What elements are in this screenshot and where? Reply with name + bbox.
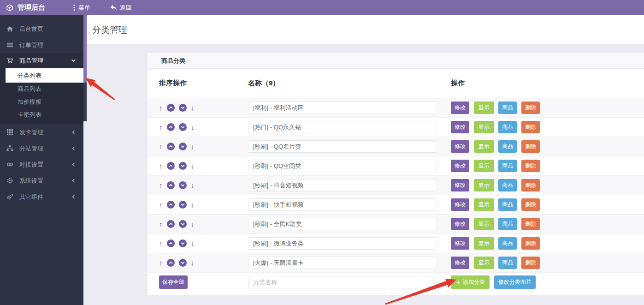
- category-name-input[interactable]: [248, 198, 437, 211]
- move-down-icon[interactable]: [179, 181, 187, 189]
- move-to-top-icon[interactable]: ↑: [159, 221, 163, 227]
- move-up-icon[interactable]: [167, 181, 175, 189]
- move-down-icon[interactable]: [179, 162, 187, 170]
- move-down-icon[interactable]: [179, 239, 187, 247]
- goods-button[interactable]: 商品: [498, 218, 517, 230]
- category-name-input[interactable]: [248, 160, 437, 172]
- move-to-top-icon[interactable]: ↑: [159, 104, 163, 111]
- move-to-top-icon[interactable]: ↑: [159, 201, 163, 208]
- delete-button[interactable]: 删除: [521, 218, 540, 230]
- show-button[interactable]: 显示: [474, 121, 494, 133]
- new-category-name-input[interactable]: [248, 276, 437, 288]
- move-to-bottom-icon[interactable]: ↓: [191, 201, 195, 208]
- move-up-icon[interactable]: [167, 259, 175, 267]
- category-name-input[interactable]: [248, 237, 437, 250]
- show-button[interactable]: 显示: [474, 179, 494, 191]
- show-button[interactable]: 显示: [474, 140, 494, 152]
- edit-button[interactable]: 修改: [451, 198, 469, 210]
- add-category-button[interactable]: ＋添加分类: [451, 275, 490, 288]
- move-to-top-icon[interactable]: ↑: [159, 143, 163, 150]
- move-up-icon[interactable]: [167, 143, 175, 150]
- delete-button[interactable]: 删除: [521, 102, 540, 114]
- menu-toggle[interactable]: 菜单: [73, 4, 90, 12]
- show-button[interactable]: 显示: [474, 237, 494, 249]
- move-up-icon[interactable]: [167, 123, 175, 131]
- move-down-icon[interactable]: [179, 259, 187, 267]
- category-name-input[interactable]: [248, 179, 437, 191]
- delete-button[interactable]: 删除: [521, 179, 540, 191]
- goods-button[interactable]: 商品: [498, 102, 517, 114]
- show-button[interactable]: 显示: [474, 102, 494, 114]
- category-name-input[interactable]: [248, 140, 437, 153]
- edit-category-image-button[interactable]: 修改分类图片: [494, 275, 536, 288]
- delete-button[interactable]: 删除: [521, 237, 540, 249]
- move-down-icon[interactable]: [179, 201, 187, 209]
- move-down-icon[interactable]: [179, 220, 187, 228]
- show-button[interactable]: 显示: [474, 218, 494, 230]
- edit-button[interactable]: 修改: [451, 237, 469, 249]
- move-to-bottom-icon[interactable]: ↓: [191, 124, 195, 131]
- move-to-top-icon[interactable]: ↑: [159, 182, 163, 189]
- show-button[interactable]: 显示: [474, 257, 494, 269]
- save-all-button[interactable]: 保存全部: [159, 275, 188, 288]
- edit-button[interactable]: 修改: [451, 257, 469, 269]
- back-link[interactable]: 返回: [110, 4, 132, 12]
- delete-button[interactable]: 删除: [521, 257, 540, 269]
- move-to-bottom-icon[interactable]: ↓: [191, 104, 195, 111]
- sidebar-item-substation[interactable]: 分站管理: [0, 140, 83, 156]
- sidebar-item-card-list[interactable]: 卡密列表: [0, 108, 83, 121]
- move-up-icon[interactable]: [167, 162, 175, 170]
- delete-button[interactable]: 删除: [521, 140, 540, 152]
- edit-button[interactable]: 修改: [451, 102, 469, 114]
- sidebar-item-category-list[interactable]: 分类列表: [6, 68, 83, 83]
- move-to-bottom-icon[interactable]: ↓: [191, 240, 195, 247]
- delete-button[interactable]: 删除: [521, 198, 540, 210]
- goods-button[interactable]: 商品: [498, 198, 517, 210]
- goods-button[interactable]: 商品: [498, 257, 517, 269]
- sidebar-scrollbar-thumb[interactable]: [83, 15, 87, 83]
- move-to-top-icon[interactable]: ↑: [159, 240, 163, 247]
- delete-button[interactable]: 删除: [521, 160, 540, 172]
- sidebar-item-card-issue[interactable]: 发卡管理: [0, 124, 83, 140]
- move-to-bottom-icon[interactable]: ↓: [191, 182, 195, 189]
- show-button[interactable]: 显示: [474, 160, 494, 172]
- move-to-bottom-icon[interactable]: ↓: [191, 143, 195, 150]
- sidebar-item-products[interactable]: 商品管理: [0, 53, 83, 68]
- edit-button[interactable]: 修改: [451, 140, 469, 152]
- move-up-icon[interactable]: [167, 239, 175, 247]
- move-down-icon[interactable]: [179, 104, 187, 112]
- move-to-bottom-icon[interactable]: ↓: [191, 259, 195, 266]
- edit-button[interactable]: 修改: [451, 179, 469, 191]
- move-to-top-icon[interactable]: ↑: [159, 162, 163, 169]
- move-up-icon[interactable]: [167, 201, 175, 209]
- goods-button[interactable]: 商品: [498, 140, 517, 152]
- edit-button[interactable]: 修改: [451, 160, 469, 172]
- move-down-icon[interactable]: [179, 123, 187, 131]
- goods-button[interactable]: 商品: [498, 121, 517, 133]
- sidebar-item-orders[interactable]: 订单管理: [0, 37, 83, 53]
- category-name-input[interactable]: [248, 102, 437, 114]
- move-down-icon[interactable]: [179, 143, 187, 150]
- move-to-top-icon[interactable]: ↑: [159, 124, 163, 131]
- category-name-input[interactable]: [248, 218, 437, 230]
- goods-button[interactable]: 商品: [498, 179, 517, 191]
- sidebar-item-other-components[interactable]: 其它组件: [0, 189, 83, 205]
- edit-button[interactable]: 修改: [451, 121, 469, 133]
- show-button[interactable]: 显示: [474, 198, 494, 210]
- move-up-icon[interactable]: [167, 104, 175, 112]
- sidebar-item-markup-template[interactable]: 加价模板: [0, 96, 83, 108]
- move-to-bottom-icon[interactable]: ↓: [191, 221, 195, 227]
- move-up-icon[interactable]: [167, 220, 175, 228]
- move-to-top-icon[interactable]: ↑: [159, 259, 163, 266]
- move-to-bottom-icon[interactable]: ↓: [191, 162, 195, 169]
- sidebar-item-api-settings[interactable]: 对接设置: [0, 156, 83, 173]
- sidebar-item-home[interactable]: 后台首页: [0, 21, 83, 37]
- category-name-input[interactable]: [248, 121, 437, 133]
- sidebar-item-product-list[interactable]: 商品列表: [0, 83, 83, 96]
- edit-button[interactable]: 修改: [451, 218, 469, 230]
- category-name-input[interactable]: [248, 257, 437, 269]
- sidebar-item-system-settings[interactable]: 系统设置: [0, 173, 83, 189]
- delete-button[interactable]: 删除: [521, 121, 540, 133]
- goods-button[interactable]: 商品: [498, 237, 517, 249]
- goods-button[interactable]: 商品: [498, 160, 517, 172]
